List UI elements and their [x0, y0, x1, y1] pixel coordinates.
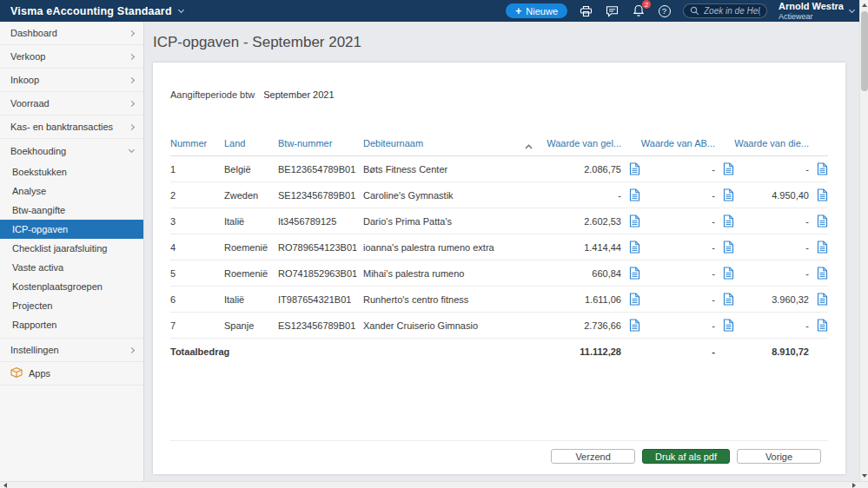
value-text: - — [712, 294, 715, 305]
scroll-up-button[interactable] — [860, 0, 868, 10]
notification-badge: 2 — [642, 0, 651, 9]
sidebar-subitem-kostenplaatsgroepen[interactable]: Kostenplaatsgroepen — [0, 277, 143, 296]
icp-table-body: 1BelgiëBE123654789B01Bøts Fitness Center… — [170, 156, 828, 339]
column-header-debiteurnaam[interactable]: Debiteurnaam — [363, 133, 540, 156]
icp-table: Nummer Land Btw-nummer Debiteurnaam — [170, 133, 828, 365]
sidebar-item-voorraad[interactable]: Voorraad — [0, 92, 143, 115]
scroll-left-icon — [3, 483, 7, 488]
sidebar-subitem-boekstukken[interactable]: Boekstukken — [0, 162, 143, 181]
boekhouding-subitems: BoekstukkenAnalyseBtw-aangifteICP-opgave… — [0, 162, 143, 339]
document-icon[interactable] — [629, 319, 640, 332]
column-header-nummer[interactable]: Nummer — [170, 133, 224, 156]
sidebar-item-instellingen[interactable]: Instellingen — [0, 339, 143, 362]
vertical-scrollbar[interactable] — [859, 0, 868, 481]
document-icon[interactable] — [723, 188, 734, 201]
help-icon[interactable]: ? — [657, 3, 672, 18]
horizontal-scrollbar[interactable] — [0, 481, 868, 488]
sidebar-subitem-icp-opgaven[interactable]: ICP-opgaven — [0, 220, 143, 239]
sidebar-item-apps[interactable]: Apps — [0, 362, 143, 386]
sidebar-item-inkoop[interactable]: Inkoop — [0, 69, 143, 92]
column-header-land[interactable]: Land — [224, 133, 278, 156]
column-header-waarde-abc[interactable]: Waarde van AB... — [640, 133, 734, 156]
document-icon[interactable] — [629, 162, 640, 175]
sidebar-subitem-projecten[interactable]: Projecten — [0, 296, 143, 315]
help-search[interactable] — [683, 3, 767, 18]
value-text: 2.086,75 — [584, 164, 621, 175]
user-menu[interactable]: Arnold Westra Actiewear — [779, 2, 854, 21]
scroll-down-button[interactable] — [860, 471, 868, 481]
cell-waarde_3: 4.950,40 — [734, 182, 828, 208]
printer-icon[interactable] — [579, 3, 593, 18]
document-icon[interactable] — [817, 319, 828, 332]
chevron-right-icon — [129, 346, 135, 353]
cell-nummer: 7 — [170, 313, 224, 339]
sidebar-subitem-rapporten[interactable]: Rapporten — [0, 315, 143, 334]
sort-ascending-icon — [525, 141, 533, 151]
sidebar-subitem-vaste-activa[interactable]: Vaste activa — [0, 258, 143, 277]
notifications-icon[interactable]: 2 — [631, 3, 646, 18]
document-icon[interactable] — [629, 293, 640, 306]
value-text: 3.960,32 — [772, 294, 809, 305]
document-icon[interactable] — [817, 188, 828, 201]
messages-icon[interactable] — [605, 3, 620, 18]
print-pdf-button[interactable]: Druk af als pdf — [642, 449, 730, 464]
value-text: - — [805, 268, 809, 279]
document-icon[interactable] — [723, 267, 734, 280]
chevron-down-icon — [178, 6, 184, 12]
document-icon[interactable] — [817, 293, 828, 306]
app-brand[interactable]: Visma eAccounting Standaard — [10, 5, 183, 17]
sidebar-subitem-btw-aangifte[interactable]: Btw-aangifte — [0, 201, 143, 220]
document-icon[interactable] — [817, 241, 828, 254]
document-icon[interactable] — [723, 214, 734, 228]
value-text: 1.611,06 — [585, 294, 621, 305]
column-header-waarde-geleverd[interactable]: Waarde van gel... — [540, 133, 640, 156]
chevron-right-icon — [129, 76, 135, 82]
document-icon[interactable] — [817, 162, 828, 175]
new-button[interactable]: + Nieuwe — [506, 3, 567, 18]
vorige-button[interactable]: Vorige — [737, 449, 821, 464]
document-icon[interactable] — [723, 319, 734, 332]
table-row: 7SpanjeES123456789B01Xander Cruiserio Gi… — [170, 313, 828, 339]
document-icon[interactable] — [723, 293, 734, 306]
verzend-button[interactable]: Verzend — [551, 449, 635, 464]
cell-waarde_1: 2.736,66 — [540, 313, 640, 339]
document-icon[interactable] — [817, 267, 828, 280]
column-header-btw-nummer[interactable]: Btw-nummer — [278, 133, 363, 156]
cell-waarde_2: - — [640, 182, 734, 208]
vertical-scrollbar-thumb[interactable] — [861, 11, 868, 91]
cell-nummer: 5 — [170, 260, 224, 287]
cell-waarde_1: 1.414,44 — [540, 234, 640, 260]
scroll-right-button[interactable] — [849, 483, 859, 488]
cell-waarde_2: - — [640, 234, 734, 260]
table-row: 6ItaliëIT987654321B01Runherto's centro f… — [170, 287, 828, 313]
cell-btw-nummer: SE123456789B01 — [278, 182, 363, 208]
document-icon[interactable] — [723, 162, 734, 175]
document-icon[interactable] — [817, 214, 828, 228]
value-text: - — [712, 216, 715, 227]
document-icon[interactable] — [629, 267, 640, 280]
sidebar-item-verkoop[interactable]: Verkoop — [0, 45, 143, 69]
sidebar-item-boekhouding[interactable]: Boekhouding — [0, 139, 143, 162]
chevron-down-icon — [849, 6, 855, 12]
sidebar-subitem-checklist-jaarafsluiting[interactable]: Checklist jaarafsluiting — [0, 239, 143, 258]
cell-waarde_1: 2.602,53 — [540, 208, 640, 234]
help-search-input[interactable] — [704, 6, 760, 16]
cell-land: Roemenië — [224, 260, 278, 287]
value-text: - — [805, 320, 809, 331]
document-icon[interactable] — [723, 241, 734, 254]
cell-land: Roemenië — [224, 234, 278, 260]
sidebar-item-kas-en-banktransacties[interactable]: Kas- en banktransacties — [0, 115, 143, 139]
cell-debiteurnaam: Xander Cruiserio Gimnasio — [363, 313, 540, 339]
period-label: Aangifteperiode btw — [170, 89, 255, 100]
document-icon[interactable] — [629, 241, 640, 254]
sidebar-subitem-analyse[interactable]: Analyse — [0, 181, 143, 201]
sidebar-item-dashboard[interactable]: Dashboard — [0, 22, 143, 45]
table-header-row: Nummer Land Btw-nummer Debiteurnaam — [170, 133, 828, 156]
scroll-left-button[interactable] — [0, 483, 10, 488]
document-icon[interactable] — [629, 214, 640, 228]
column-header-waarde-diensten[interactable]: Waarde van die... — [734, 133, 828, 156]
period-value: September 2021 — [263, 89, 334, 100]
cell-waarde_3: - — [734, 313, 828, 339]
document-icon[interactable] — [629, 188, 640, 201]
card-footer: Verzend Druk af als pdf Vorige — [170, 440, 828, 474]
